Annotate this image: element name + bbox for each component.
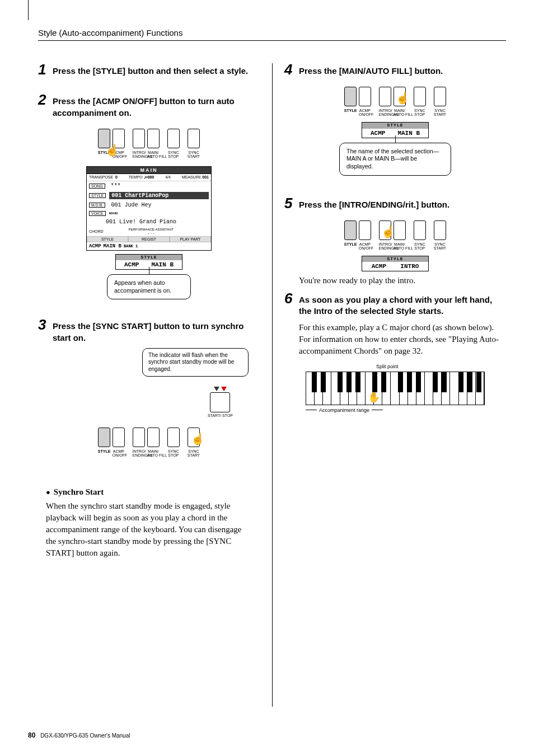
syncstop-button (414, 87, 426, 106)
led-red-icon (221, 387, 227, 391)
main-button (394, 87, 406, 106)
lcd-mainb: MAIN B (104, 243, 121, 249)
lcd-strip-play: PLAY PART (170, 236, 211, 242)
lcd-transpose-label: TRANSPOSE (89, 175, 113, 179)
syncstop-button (167, 428, 180, 447)
syncstart-button (188, 129, 200, 148)
style-button (344, 87, 357, 106)
style-button (98, 428, 110, 447)
step-4-number: 4 (284, 63, 294, 77)
button-row-step3: STYLE ACMP ON/OFF INTRO/ ENDING/rit. MAI… (38, 428, 260, 457)
style-button (344, 220, 357, 240)
style-label: STYLE (344, 242, 357, 250)
step-5-text: Press the [INTRO/ENDING/rit.] button. (299, 197, 449, 210)
lcd-mdb-tag: M.D.B. (89, 203, 105, 208)
acmp-label: ACMP ON/OFF (113, 151, 125, 158)
syncstop-button (414, 220, 426, 240)
acmp-button (113, 428, 125, 447)
step-3-text: Press the [SYNC START] button to turn sy… (53, 318, 260, 344)
lcd-main-screen: MAIN TRANSPOSE 0 TEMPO ♩=080 4/4 MEASURE… (86, 166, 212, 251)
callout-acmp-text: Appears when auto accompaniment is on. (114, 279, 171, 294)
main-label: MAIN/ AUTO FILL (147, 151, 160, 158)
hand-chord-icon: ✋ (368, 391, 380, 403)
main-button (394, 220, 406, 240)
callout-section-name: The name of the selected section—MAIN A … (339, 143, 451, 176)
lcd-voice-indicator: MAIN (109, 212, 118, 215)
style-label: STYLE (98, 449, 110, 457)
syncstart-button (434, 87, 446, 106)
lcd-tempo-label: TEMPO (129, 175, 143, 179)
callout-syncstart: The indicator will flash when the synchr… (142, 348, 249, 377)
start-stop-label: START/ STOP (208, 414, 233, 417)
lcd-style-val: 001 ChartPianoPop (109, 192, 209, 199)
syncstop-button (167, 129, 180, 148)
button-row-step5: STYLE ACMP ON/OFF INTRO/ ENDING/rit. MAI… (284, 220, 506, 250)
synchro-note: Synchro Start When the synchro start sta… (38, 481, 260, 566)
start-stop-unit: START/ STOP (208, 387, 233, 417)
step-2-number: 2 (38, 93, 48, 119)
lcd-bar-head: STYLE (362, 256, 428, 262)
lcd-song-tag: SONG (89, 184, 105, 189)
lcd-bar-mainb: MAIN B (151, 261, 174, 268)
lcd-mdb-val: 001 Jude Hey (109, 201, 153, 209)
lcd-bar-acmp: ACMP (372, 263, 386, 270)
keyboard-diagram: ✋ (306, 372, 485, 405)
page-footer: 80 DGX-630/YPG-635 Owner's Manual (28, 731, 130, 739)
led-icon (214, 387, 219, 391)
step5-body: You're now ready to play the intro. (299, 275, 506, 287)
lcd-header: MAIN (87, 167, 211, 174)
intro-button (379, 220, 391, 240)
lcd-transpose-val: 0 (115, 175, 118, 179)
lcd-measure-val: 001 (202, 175, 209, 179)
style-button (98, 129, 110, 148)
acmp-button (359, 220, 371, 240)
lcd-bar-mainb: MAIN B (397, 130, 420, 137)
style-label: STYLE (344, 109, 357, 116)
syncstart-label: SYNC START (188, 151, 200, 158)
acmp-label: ACMP ON/OFF (113, 449, 125, 457)
syncstop-label: SYNC STOP (414, 242, 425, 250)
step-1-text: Press the [STYLE] button and then select… (53, 63, 248, 77)
intro-label: INTRO/ ENDING/rit. (133, 151, 145, 158)
page-number: 80 (28, 731, 35, 739)
lcd-style-bar-step5: STYLE ACMP INTRO (362, 256, 429, 271)
step-2-text: Press the [ACMP ON/OFF] button to turn a… (53, 93, 260, 119)
lcd-strip-regist: REGIST (128, 236, 170, 242)
syncstop-label: SYNC STOP (168, 449, 179, 457)
accomp-range-label: Accompaniment range (319, 407, 369, 413)
lcd-style-tag: STYLE (89, 193, 106, 198)
page-title: Style (Auto-accompaniment) Functions (38, 28, 506, 41)
acmp-label: ACMP ON/OFF (359, 242, 371, 250)
split-point-label: Split point (376, 364, 399, 369)
lcd-measure-label: MEASURE (182, 175, 202, 179)
button-row-step2: STYLE ACMP ON/OFF ☝ INTRO/ ENDING/rit. M… (38, 129, 260, 158)
main-label: MAIN/ AUTO FILL (394, 109, 406, 116)
lcd-voice-val: 001 Live! Grand Piano (104, 218, 179, 226)
intro-label: INTRO/ ENDING/rit. (379, 242, 391, 250)
syncstart-label: SYNC START (434, 242, 446, 250)
syncstart-label: SYNC START (188, 449, 200, 457)
button-row-step4: STYLE ACMP ON/OFF INTRO/ ENDING/rit. MAI… (284, 87, 506, 116)
acmp-button (113, 129, 125, 148)
intro-button (133, 428, 145, 447)
lcd-bar-acmp: ACMP (371, 130, 385, 137)
callout-section-text: The name of the selected section—MAIN A … (346, 148, 439, 170)
intro-label: INTRO/ ENDING/rit. (133, 449, 145, 457)
synchro-heading: Synchro Start (46, 487, 252, 497)
lcd-bar-head: STYLE (362, 123, 428, 128)
step-6-text: As soon as you play a chord with your le… (299, 292, 506, 317)
intro-button (133, 129, 145, 148)
step-3-number: 3 (38, 318, 48, 344)
main-label: MAIN/ AUTO FILL (147, 449, 160, 457)
lcd-voice-tag: VOICE (89, 211, 106, 216)
main-button (147, 129, 160, 148)
intro-button (379, 87, 391, 106)
acmp-label: ACMP ON/OFF (359, 109, 371, 116)
main-button (147, 428, 160, 447)
top-marker-line (28, 0, 29, 20)
start-stop-button (210, 392, 230, 412)
syncstart-button (434, 220, 446, 240)
lcd-strip-style: STYLE (87, 236, 128, 242)
manual-title: DGX-630/YPG-635 Owner's Manual (40, 732, 130, 739)
lcd-pa-label: PERFORMANCE ASSISTANT (128, 228, 174, 231)
